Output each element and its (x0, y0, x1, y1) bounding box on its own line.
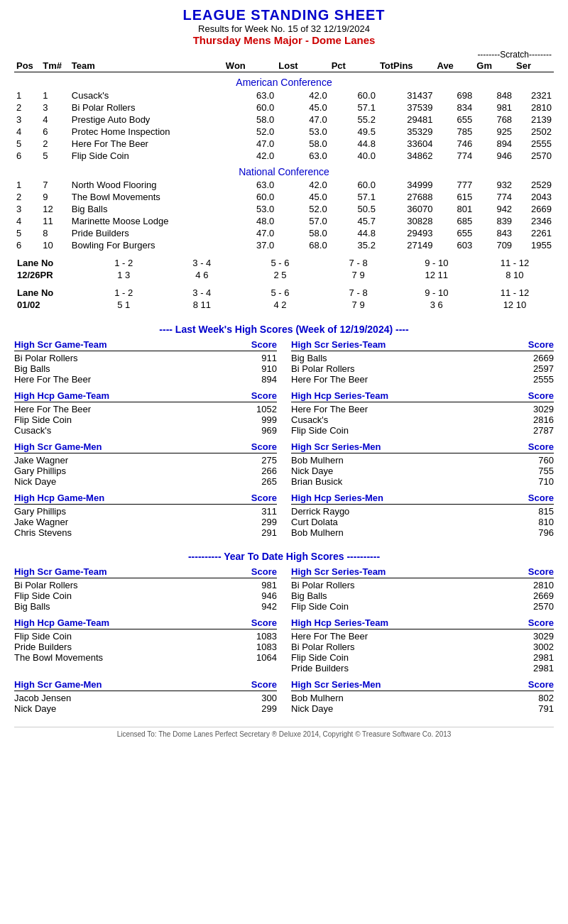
col-totpins: TotPins (378, 60, 435, 72)
score-row: Flip Side Coin946 (14, 590, 277, 601)
score-row: Cusack's969 (14, 425, 277, 436)
league-name: Thursday Mens Major - Dome Lanes (14, 34, 554, 46)
ytd-title: ---------- Year To Date High Scores ----… (14, 551, 554, 562)
table-row: 11Cusack's63.042.060.0314376988482321 (14, 89, 554, 101)
score-row: Bi Polar Rollers2810 (291, 580, 554, 590)
score-block-header: High Scr Series-TeamScore (291, 339, 554, 351)
col-won: Won (224, 60, 276, 72)
score-block-header: High Hcp Game-TeamScore (14, 617, 277, 629)
footer-license: Licensed To: The Dome Lanes Perfect Secr… (14, 727, 554, 738)
score-row: Bi Polar Rollers911 (14, 353, 277, 363)
page-title: LEAGUE STANDING SHEET (14, 7, 554, 23)
score-row: Gary Phillips311 (14, 506, 277, 517)
subtitle: Results for Week No. 15 of 32 12/19/2024 (14, 23, 554, 34)
col-gm: Gm (474, 60, 514, 72)
score-block-header: High Hcp Series-TeamScore (291, 390, 554, 402)
lane-header-row: Lane No1 - 23 - 45 - 67 - 89 - 1011 - 12 (14, 257, 554, 269)
col-pct: Pct (329, 60, 378, 72)
col-lost: Lost (276, 60, 329, 72)
score-row: Nick Daye299 (14, 703, 277, 714)
score-block-header: High Hcp Game-TeamScore (14, 390, 277, 402)
score-row: Big Balls2669 (291, 590, 554, 601)
score-block: High Hcp Game-TeamScoreFlip Side Coin108… (14, 617, 277, 673)
score-row: Bi Polar Rollers2597 (291, 363, 554, 374)
col-ave: Ave (435, 60, 474, 72)
score-block: High Scr Game-MenScoreJake Wagner275Gary… (14, 441, 277, 487)
score-block: High Hcp Series-TeamScoreHere For The Be… (291, 617, 554, 673)
ytd-grid: High Scr Game-TeamScoreBi Polar Rollers9… (14, 566, 554, 720)
score-row: Bob Mulhern802 (291, 693, 554, 703)
table-row: 312Big Balls53.052.050.5360708019422669 (14, 203, 554, 215)
table-row: 23Bi Polar Rollers60.045.057.13753983498… (14, 101, 554, 114)
page: LEAGUE STANDING SHEET Results for Week N… (0, 0, 568, 745)
score-row: Here For The Beer1052 (14, 404, 277, 414)
score-row: Flip Side Coin2787 (291, 425, 554, 436)
score-row: Curt Dolata810 (291, 517, 554, 527)
lane-header-row: Lane No1 - 23 - 45 - 67 - 89 - 1011 - 12 (14, 287, 554, 299)
col-ser: Ser (514, 60, 554, 72)
table-row: 610Bowling For Burgers37.068.035.2271496… (14, 239, 554, 251)
score-row: Bi Polar Rollers981 (14, 580, 277, 590)
lane-data-row: 01/025 18 114 27 93 612 10 (14, 299, 554, 311)
score-row: Here For The Beer2555 (291, 374, 554, 385)
score-block-header: High Scr Game-MenScore (14, 441, 277, 453)
score-row: Chris Stevens291 (14, 527, 277, 538)
score-block-header: High Scr Series-TeamScore (291, 566, 554, 578)
score-row: Jake Wagner299 (14, 517, 277, 527)
score-row: Nick Daye791 (291, 703, 554, 714)
score-row: Nick Daye755 (291, 466, 554, 476)
score-row: Jake Wagner275 (14, 455, 277, 466)
score-block: High Scr Game-TeamScoreBi Polar Rollers9… (14, 566, 277, 612)
score-row: Here For The Beer3029 (291, 404, 554, 414)
score-row: Pride Builders1083 (14, 642, 277, 652)
score-block-header: High Scr Game-MenScore (14, 679, 277, 691)
score-block-header: High Scr Series-MenScore (291, 679, 554, 691)
score-row: Derrick Raygo815 (291, 506, 554, 517)
col-tm: Tm# (40, 60, 70, 72)
score-row: Bob Mulhern760 (291, 455, 554, 466)
table-row: 65Flip Side Coin42.063.040.0348627749462… (14, 150, 554, 162)
score-row: Jacob Jensen300 (14, 693, 277, 703)
score-block-header: High Scr Series-MenScore (291, 441, 554, 453)
score-row: Flip Side Coin2981 (291, 652, 554, 663)
lane-table: Lane No1 - 23 - 45 - 67 - 89 - 1011 - 12… (14, 257, 554, 317)
col-team: Team (70, 60, 224, 72)
score-row: Brian Busick710 (291, 476, 554, 487)
score-block-header: High Scr Game-TeamScore (14, 339, 277, 351)
header: LEAGUE STANDING SHEET Results for Week N… (14, 7, 554, 46)
score-row: Cusack's2816 (291, 414, 554, 425)
score-block: High Scr Series-TeamScoreBig Balls2669Bi… (291, 339, 554, 385)
table-row: 46Protec Home Inspection52.053.049.53532… (14, 126, 554, 138)
score-row: Here For The Beer894 (14, 374, 277, 385)
scratch-header: --------Scratch-------- (14, 49, 554, 60)
score-row: The Bowl Movements1064 (14, 652, 277, 663)
score-row: Gary Phillips266 (14, 466, 277, 476)
lane-assignments: Lane No1 - 23 - 45 - 67 - 89 - 1011 - 12… (14, 257, 554, 317)
score-row: Flip Side Coin1083 (14, 631, 277, 642)
score-block: High Hcp Game-MenScoreGary Phillips311Ja… (14, 493, 277, 538)
score-row: Big Balls942 (14, 601, 277, 612)
table-row: 58Pride Builders47.058.044.8294936558432… (14, 227, 554, 239)
score-block: High Scr Game-TeamScoreBi Polar Rollers9… (14, 339, 277, 385)
score-row: Pride Builders2981 (291, 663, 554, 673)
col-pos: Pos (14, 60, 40, 72)
standings-table: --------Scratch-------- Pos Tm# Team Won… (14, 49, 554, 251)
last-week-grid: High Scr Game-TeamScoreBi Polar Rollers9… (14, 339, 554, 544)
score-block: High Scr Series-MenScoreBob Mulhern802Ni… (291, 679, 554, 714)
lane-data-row: 12/26PR1 34 62 57 912 118 10 (14, 269, 554, 281)
table-row: 29The Bowl Movements60.045.057.127688615… (14, 191, 554, 203)
last-week-title: ---- Last Week's High Scores (Week of 12… (14, 324, 554, 335)
score-block: High Scr Series-TeamScoreBi Polar Roller… (291, 566, 554, 612)
conference-header: National Conference (14, 162, 554, 179)
score-block: High Hcp Series-TeamScoreHere For The Be… (291, 390, 554, 436)
conference-header: American Conference (14, 72, 554, 90)
score-row: Big Balls2669 (291, 353, 554, 363)
score-block-header: High Hcp Series-TeamScore (291, 617, 554, 629)
score-row: Bi Polar Rollers3002 (291, 642, 554, 652)
score-block: High Hcp Series-MenScoreDerrick Raygo815… (291, 493, 554, 538)
score-row: Bob Mulhern796 (291, 527, 554, 538)
table-row: 17North Wood Flooring63.042.060.03499977… (14, 179, 554, 191)
score-row: Flip Side Coin2570 (291, 601, 554, 612)
table-row: 411Marinette Moose Lodge48.057.045.73082… (14, 215, 554, 227)
score-block-header: High Scr Game-TeamScore (14, 566, 277, 578)
